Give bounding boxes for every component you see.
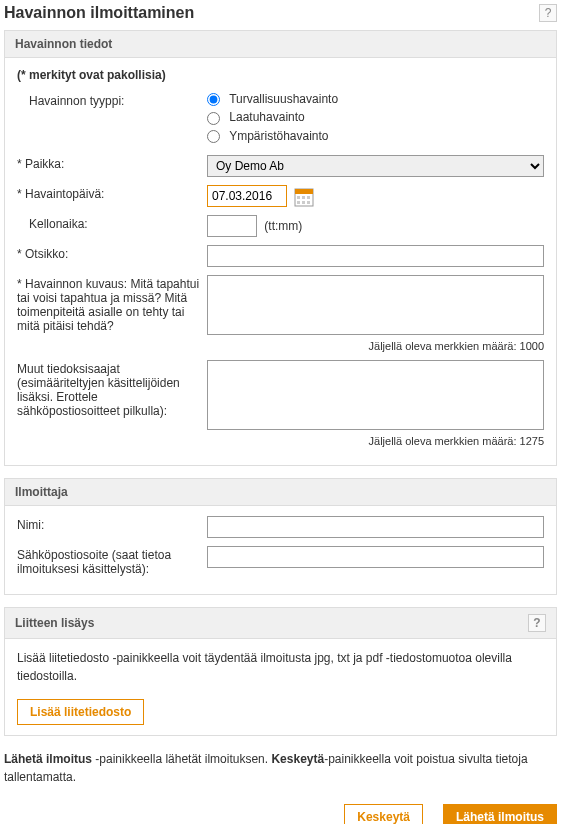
radio-option-environment[interactable]: Ympäristöhavainto (207, 129, 544, 143)
recipients-label: Muut tiedoksisaajat (esimääriteltyjen kä… (17, 360, 207, 418)
title-label: * Otsikko: (17, 245, 207, 261)
submit-button[interactable]: Lähetä ilmoitus (443, 804, 557, 824)
time-input[interactable] (207, 215, 257, 237)
help-icon[interactable]: ? (528, 614, 546, 632)
recipients-char-count: Jäljellä oleva merkkien määrä: 1275 (207, 435, 544, 447)
reporter-header: Ilmoittaja (5, 479, 556, 506)
radio-safety[interactable] (207, 93, 220, 106)
email-input[interactable] (207, 546, 544, 568)
help-icon[interactable]: ? (539, 4, 557, 22)
attachment-help-text: Lisää liitetiedosto -painikkeella voit t… (17, 649, 544, 685)
svg-rect-4 (307, 196, 310, 199)
svg-rect-2 (297, 196, 300, 199)
location-label: * Paikka: (17, 155, 207, 171)
name-label: Nimi: (17, 516, 207, 532)
section-title: Havainnon tiedot (15, 37, 112, 51)
bottom-help-text: Lähetä ilmoitus -painikkeella lähetät il… (4, 750, 557, 786)
svg-rect-7 (307, 201, 310, 204)
svg-rect-3 (302, 196, 305, 199)
svg-rect-5 (297, 201, 300, 204)
radio-environment[interactable] (207, 130, 220, 143)
time-label: Kellonaika: (17, 215, 207, 231)
type-label: Havainnon tyyppi: (17, 92, 207, 108)
bottom-text-1: -painikkeella lähetät ilmoituksen. (92, 752, 271, 766)
cancel-button[interactable]: Keskeytä (344, 804, 423, 824)
date-label: * Havaintopäivä: (17, 185, 207, 201)
section-title: Ilmoittaja (15, 485, 68, 499)
svg-rect-6 (302, 201, 305, 204)
svg-rect-1 (295, 189, 313, 194)
radio-environment-label: Ympäristöhavainto (229, 129, 328, 143)
attachment-header: Liitteen lisäys ? (5, 608, 556, 639)
reporter-panel: Ilmoittaja Nimi: Sähköpostiosoite (saat … (4, 478, 557, 595)
add-attachment-button[interactable]: Lisää liitetiedosto (17, 699, 144, 725)
name-input[interactable] (207, 516, 544, 538)
attachment-panel: Liitteen lisäys ? Lisää liitetiedosto -p… (4, 607, 557, 736)
location-select[interactable]: Oy Demo Ab (207, 155, 544, 177)
title-input[interactable] (207, 245, 544, 267)
radio-quality[interactable] (207, 112, 220, 125)
email-label: Sähköpostiosoite (saat tietoa ilmoitukse… (17, 546, 207, 576)
mandatory-note: (* merkityt ovat pakollisia) (17, 68, 544, 82)
radio-safety-label: Turvallisuushavainto (229, 92, 338, 106)
description-label: * Havainnon kuvaus: Mitä tapahtui tai vo… (17, 275, 207, 333)
page-title: Havainnon ilmoittaminen (4, 4, 194, 22)
calendar-icon[interactable] (294, 187, 314, 207)
description-char-count: Jäljellä oleva merkkien määrä: 1000 (207, 340, 544, 352)
recipients-textarea[interactable] (207, 360, 544, 430)
radio-option-safety[interactable]: Turvallisuushavainto (207, 92, 544, 106)
section-title: Liitteen lisäys (15, 616, 94, 630)
date-input[interactable] (207, 185, 287, 207)
observation-details-header: Havainnon tiedot (5, 31, 556, 58)
bottom-bold-cancel: Keskeytä (271, 752, 324, 766)
radio-option-quality[interactable]: Laatuhavainto (207, 110, 544, 124)
observation-details-panel: Havainnon tiedot (* merkityt ovat pakoll… (4, 30, 557, 466)
time-hint: (tt:mm) (264, 219, 302, 233)
bottom-bold-send: Lähetä ilmoitus (4, 752, 92, 766)
description-textarea[interactable] (207, 275, 544, 335)
radio-quality-label: Laatuhavainto (229, 110, 304, 124)
